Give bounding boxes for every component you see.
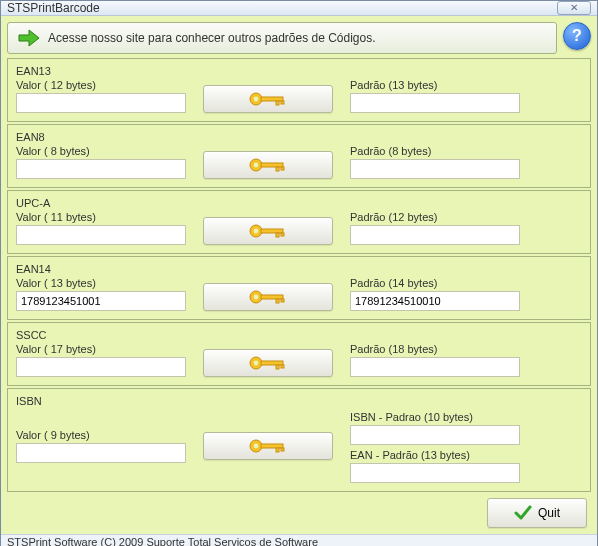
group-isbn: ISBN Valor ( 9 bytes) ISBN - Padrao (10 … [7,388,591,492]
svg-point-6 [254,163,259,168]
sscc-generate-button[interactable] [203,349,333,377]
svg-point-26 [254,444,259,449]
svg-rect-4 [281,101,284,104]
ean8-padrao-label: Padrão (8 bytes) [350,145,520,157]
status-text: STSPrint Software (C) 2009 Suporte Total… [7,536,318,546]
svg-rect-29 [281,448,284,451]
quit-label: Quit [538,506,560,520]
svg-rect-17 [261,295,283,299]
arrow-right-icon [18,29,40,47]
isbn-ean-padrao-label: EAN - Padrão (13 bytes) [350,449,520,461]
ean14-valor-label: Valor ( 13 bytes) [16,277,186,289]
svg-point-16 [254,295,259,300]
sscc-valor-label: Valor ( 17 bytes) [16,343,186,355]
group-title-ean8: EAN8 [16,131,582,143]
ean8-generate-button[interactable] [203,151,333,179]
svg-rect-8 [276,167,279,171]
svg-rect-19 [281,299,284,302]
status-bar: STSPrint Software (C) 2009 Suporte Total… [1,534,597,546]
isbn-generate-button[interactable] [203,432,333,460]
group-title-ean14: EAN14 [16,263,582,275]
client-area: Acesse nosso site para conhecer outros p… [1,16,597,534]
quit-button[interactable]: Quit [487,498,587,528]
svg-rect-18 [276,299,279,303]
group-sscc: SSCC Valor ( 17 bytes) Padrão (18 bytes) [7,322,591,386]
ean8-padrao-input[interactable] [350,159,520,179]
upca-valor-label: Valor ( 11 bytes) [16,211,186,223]
ean8-valor-label: Valor ( 8 bytes) [16,145,186,157]
key-icon [248,288,288,306]
svg-rect-3 [276,101,279,105]
ean13-generate-button[interactable] [203,85,333,113]
key-icon [248,90,288,108]
ean13-valor-label: Valor ( 12 bytes) [16,79,186,91]
isbn-valor-label: Valor ( 9 bytes) [16,429,186,441]
isbn-valor-input[interactable] [16,443,186,463]
key-icon [248,354,288,372]
upca-padrao-input[interactable] [350,225,520,245]
svg-point-1 [254,97,259,102]
svg-rect-23 [276,365,279,369]
key-icon [248,222,288,240]
close-icon: ✕ [570,3,578,13]
ean14-padrao-input[interactable] [350,291,520,311]
ean14-generate-button[interactable] [203,283,333,311]
sscc-valor-input[interactable] [16,357,186,377]
window-title: STSPrintBarcode [7,1,557,15]
titlebar: STSPrintBarcode ✕ [1,1,597,16]
check-icon [514,505,532,521]
svg-rect-22 [261,361,283,365]
svg-point-11 [254,229,259,234]
svg-rect-2 [261,97,283,101]
ean14-padrao-label: Padrão (14 bytes) [350,277,520,289]
svg-rect-7 [261,163,283,167]
top-row: Acesse nosso site para conhecer outros p… [7,22,591,54]
isbn-padrao-label: ISBN - Padrao (10 bytes) [350,411,520,423]
ean8-valor-input[interactable] [16,159,186,179]
group-upca: UPC-A Valor ( 11 bytes) Padrão (12 bytes… [7,190,591,254]
svg-rect-12 [261,229,283,233]
svg-point-21 [254,361,259,366]
key-icon [248,437,288,455]
upca-padrao-label: Padrão (12 bytes) [350,211,520,223]
ean13-valor-input[interactable] [16,93,186,113]
isbn-padrao-input[interactable] [350,425,520,445]
group-title-sscc: SSCC [16,329,582,341]
svg-rect-13 [276,233,279,237]
group-ean13: EAN13 Valor ( 12 bytes) Padrão (13 bytes… [7,58,591,122]
svg-rect-9 [281,167,284,170]
group-ean14: EAN14 Valor ( 13 bytes) Padrão (14 bytes… [7,256,591,320]
svg-rect-27 [261,444,283,448]
question-icon: ? [572,27,582,45]
sscc-padrao-label: Padrão (18 bytes) [350,343,520,355]
upca-generate-button[interactable] [203,217,333,245]
group-title-ean13: EAN13 [16,65,582,77]
sscc-padrao-input[interactable] [350,357,520,377]
ean14-valor-input[interactable] [16,291,186,311]
ean13-padrao-label: Padrão (13 bytes) [350,79,520,91]
site-banner[interactable]: Acesse nosso site para conhecer outros p… [7,22,557,54]
svg-rect-28 [276,448,279,452]
group-ean8: EAN8 Valor ( 8 bytes) Padrão (8 bytes) [7,124,591,188]
banner-text: Acesse nosso site para conhecer outros p… [48,31,376,45]
group-title-isbn: ISBN [16,395,582,407]
isbn-ean-padrao-input[interactable] [350,463,520,483]
svg-rect-24 [281,365,284,368]
key-icon [248,156,288,174]
group-title-upca: UPC-A [16,197,582,209]
bottom-bar: Quit [7,494,591,528]
svg-rect-14 [281,233,284,236]
close-button[interactable]: ✕ [557,1,591,15]
help-button[interactable]: ? [563,22,591,50]
ean13-padrao-input[interactable] [350,93,520,113]
upca-valor-input[interactable] [16,225,186,245]
window: STSPrintBarcode ✕ Acesse nosso site para… [0,0,598,546]
